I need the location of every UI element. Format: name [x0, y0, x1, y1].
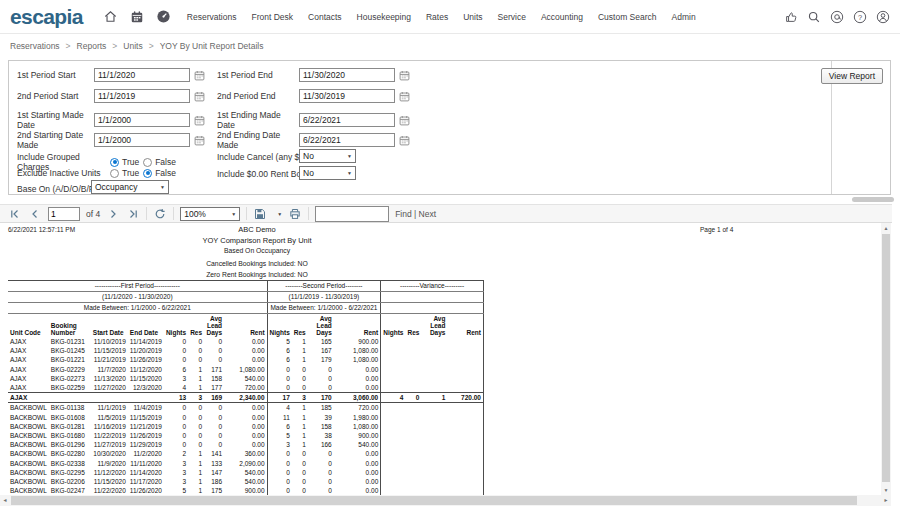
param-field-label: 1st Ending Made Date [217, 110, 299, 130]
inactive-units-true-radio[interactable] [110, 169, 119, 178]
report-cell [421, 449, 447, 458]
scroll-right-icon[interactable]: ► [881, 495, 891, 505]
nav-item-contacts[interactable]: Contacts [308, 12, 342, 22]
base-on-select[interactable]: Occupancy▼ [91, 180, 169, 194]
scrollbar-thumb[interactable] [11, 496, 857, 505]
calendar-icon[interactable] [194, 70, 205, 81]
report-header-cell: Avg Lead Days [204, 314, 224, 338]
report-cell: BKG-02259 [49, 383, 91, 393]
report-cell: 11/12/2020 [91, 468, 128, 477]
group-name-row: ------------First Period----------------… [8, 281, 483, 292]
account-icon[interactable] [876, 10, 890, 24]
report-cell [405, 374, 421, 383]
report-cell: 0.00 [334, 459, 381, 468]
include-cancel-select[interactable]: No▼ [299, 149, 356, 163]
refresh-icon[interactable] [153, 207, 167, 221]
scrollbar-thumb[interactable] [882, 234, 890, 482]
calendar-icon[interactable] [399, 115, 410, 126]
calendar-icon[interactable] [399, 91, 410, 102]
nav-item-units[interactable]: Units [463, 12, 482, 22]
calendar-icon[interactable] [399, 135, 410, 146]
chevron-down-icon: ▼ [160, 184, 165, 190]
report-cell: 4 [164, 383, 188, 393]
inactive-units-false-radio[interactable] [143, 169, 152, 178]
feedback-icon[interactable] [784, 10, 798, 24]
scroll-up-icon[interactable]: ▲ [881, 223, 891, 233]
zoom-select[interactable]: 100%▼ [180, 207, 240, 221]
scroll-left-icon[interactable]: ◄ [0, 495, 10, 505]
calendar-icon[interactable] [194, 115, 205, 126]
scrollbar-thumb[interactable] [852, 197, 894, 202]
report-cell: 1 [292, 440, 308, 449]
report-cell: 0 [204, 337, 224, 346]
nav-item-accounting[interactable]: Accounting [541, 12, 583, 22]
dashboard-icon[interactable] [156, 9, 171, 24]
page-number-input[interactable] [48, 207, 80, 221]
scroll-down-icon[interactable]: ▼ [881, 485, 891, 495]
report-cell: 0 [164, 422, 188, 431]
grouped-charges-true-radio[interactable] [110, 158, 119, 167]
find-input[interactable] [315, 206, 389, 222]
breadcrumb-item[interactable]: YOY By Unit Report Details [160, 41, 264, 51]
report-cell: 0 [204, 403, 224, 413]
param-field-input[interactable] [299, 113, 395, 127]
report-cell: 5 [164, 486, 188, 495]
breadcrumb-item[interactable]: Units [123, 41, 142, 51]
report-cell: 900.00 [334, 431, 381, 440]
report-cell [447, 346, 483, 355]
nav-item-housekeeping[interactable]: Housekeeping [357, 12, 411, 22]
report-cell: AJAX [8, 346, 49, 355]
nav-item-front-desk[interactable]: Front Desk [251, 12, 293, 22]
last-page-button[interactable] [126, 207, 140, 221]
param-field-input[interactable] [299, 68, 395, 82]
nav-item-service[interactable]: Service [498, 12, 526, 22]
prev-page-button[interactable] [28, 207, 42, 221]
report-cell: 0 [204, 422, 224, 431]
first-page-button[interactable] [8, 207, 22, 221]
calendar-icon[interactable] [399, 70, 410, 81]
nav-item-admin[interactable]: Admin [672, 12, 696, 22]
nav-item-reservations[interactable]: Reservations [187, 12, 237, 22]
param-field-label: 1st Period Start [17, 70, 94, 80]
report-cell: 0 [204, 355, 224, 364]
report-cell: 11 [267, 413, 292, 422]
param-field-input[interactable] [299, 89, 395, 103]
report-cell: BACKBOWL [8, 477, 49, 486]
find-next-link[interactable]: Find | Next [395, 209, 436, 219]
breadcrumb-item[interactable]: Reservations [10, 41, 60, 51]
param-field-input[interactable] [94, 113, 190, 127]
include-zero-rent-select[interactable]: No▼ [299, 166, 356, 180]
report-cell: 11/26/2020 [128, 486, 164, 495]
report-cell [381, 346, 406, 355]
report-cell: 10/30/2020 [91, 449, 128, 458]
calendar-icon[interactable] [130, 10, 144, 24]
export-icon[interactable] [253, 207, 267, 221]
param-field-input[interactable] [94, 89, 190, 103]
next-page-button[interactable] [106, 207, 120, 221]
report-cell [405, 431, 421, 440]
report-cell: 11/21/2019 [91, 355, 128, 364]
report-cell: 6 [267, 346, 292, 355]
support-icon[interactable] [830, 10, 844, 24]
param-field-input[interactable] [94, 68, 190, 82]
table-row: AJAXBKG-0227311/13/202011/15/20203115854… [8, 374, 483, 383]
print-icon[interactable] [288, 207, 302, 221]
grouped-charges-false-radio[interactable] [143, 158, 152, 167]
chevron-down-icon[interactable]: ▼ [277, 211, 282, 217]
nav-item-rates[interactable]: Rates [426, 12, 448, 22]
report-cell: 1 [188, 365, 204, 374]
search-icon[interactable] [807, 10, 821, 24]
home-icon[interactable] [103, 9, 118, 24]
view-report-button[interactable]: View Report [821, 68, 883, 84]
help-icon[interactable]: ? [853, 10, 867, 24]
nav-item-custom-search[interactable]: Custom Search [598, 12, 657, 22]
param-field-input[interactable] [94, 133, 190, 147]
breadcrumb-item[interactable]: Reports [77, 41, 107, 51]
calendar-icon[interactable] [194, 91, 205, 102]
param-field-input[interactable] [299, 133, 395, 147]
report-cell: 11/12/2020 [128, 365, 164, 374]
breadcrumb: Reservations>Reports>Units>YOY By Unit R… [0, 34, 900, 58]
calendar-icon[interactable] [194, 135, 205, 146]
param-field: 1st Period End [217, 68, 410, 82]
report-cell: BKG-01221 [49, 355, 91, 364]
